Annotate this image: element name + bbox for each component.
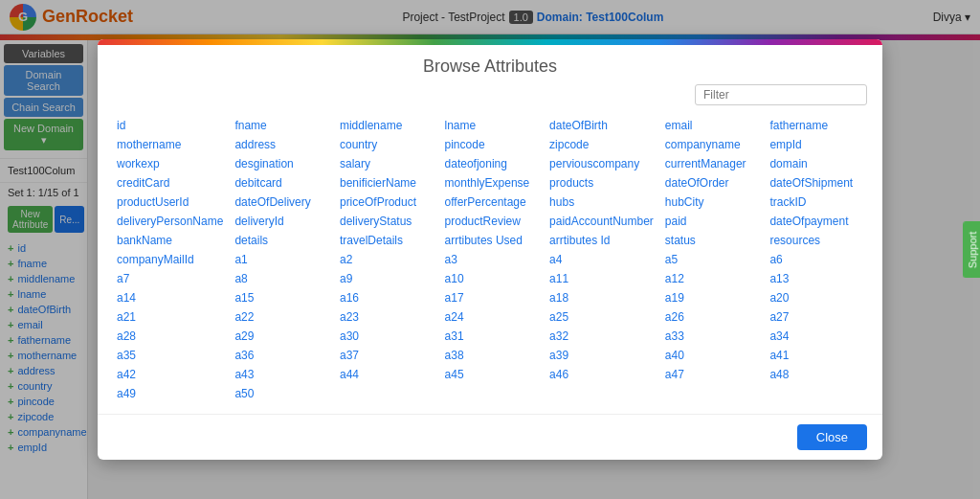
attr-debitcard[interactable]: debitcard bbox=[231, 174, 332, 192]
attr-fname[interactable]: fname bbox=[231, 117, 332, 134]
attr-email[interactable]: email bbox=[661, 117, 763, 134]
attr-resources[interactable]: resources bbox=[766, 232, 867, 249]
attr-id[interactable]: id bbox=[113, 117, 227, 134]
attr-a14[interactable]: a14 bbox=[113, 289, 227, 306]
modal-overlay[interactable]: Browse Attributes idfnamemiddlenamelname… bbox=[0, 0, 980, 499]
attr-dateOfDelivery[interactable]: dateOfDelivery bbox=[231, 193, 332, 211]
attr-perviouscompany[interactable]: perviouscompany bbox=[546, 155, 657, 172]
attr-deliveryPersonName[interactable]: deliveryPersonName bbox=[113, 213, 227, 230]
attr-a18[interactable]: a18 bbox=[546, 289, 657, 306]
attr-a5[interactable]: a5 bbox=[661, 251, 763, 268]
attr-deliveryId[interactable]: deliveryId bbox=[231, 213, 332, 230]
attr-pincode[interactable]: pincode bbox=[441, 136, 543, 153]
close-button[interactable]: Close bbox=[797, 424, 867, 450]
attr-empId[interactable]: empId bbox=[766, 136, 867, 153]
attr-a31[interactable]: a31 bbox=[441, 328, 543, 345]
attr-a46[interactable]: a46 bbox=[546, 366, 657, 383]
attr-a27[interactable]: a27 bbox=[766, 308, 867, 326]
attr-a6[interactable]: a6 bbox=[766, 251, 867, 268]
attr-a39[interactable]: a39 bbox=[546, 347, 657, 364]
attr-a48[interactable]: a48 bbox=[766, 366, 867, 383]
attr-paidAccountNumber[interactable]: paidAccountNumber bbox=[546, 213, 657, 230]
attr-a23[interactable]: a23 bbox=[336, 308, 437, 326]
attr-a2[interactable]: a2 bbox=[336, 251, 437, 268]
attr-a44[interactable]: a44 bbox=[336, 366, 437, 383]
attr-a8[interactable]: a8 bbox=[231, 270, 332, 287]
attr-a42[interactable]: a42 bbox=[113, 366, 227, 383]
attr-a47[interactable]: a47 bbox=[661, 366, 763, 383]
attr-a35[interactable]: a35 bbox=[113, 347, 227, 364]
attr-dateOfShipment[interactable]: dateOfShipment bbox=[766, 174, 867, 192]
attr-a15[interactable]: a15 bbox=[231, 289, 332, 306]
attr-a41[interactable]: a41 bbox=[766, 347, 867, 364]
attr-a26[interactable]: a26 bbox=[661, 308, 763, 326]
attr-a22[interactable]: a22 bbox=[231, 308, 332, 326]
attr-hubCity[interactable]: hubCity bbox=[661, 193, 763, 211]
attr-bankName[interactable]: bankName bbox=[113, 232, 227, 249]
attr-a32[interactable]: a32 bbox=[546, 328, 657, 345]
attr-arrtibutes Id[interactable]: arrtibutes Id bbox=[546, 232, 657, 249]
attr-monthlyExpense[interactable]: monthlyExpense bbox=[441, 174, 543, 192]
attr-zipcode[interactable]: zipcode bbox=[546, 136, 657, 153]
attr-a17[interactable]: a17 bbox=[441, 289, 543, 306]
attr-mothername[interactable]: mothername bbox=[113, 136, 227, 153]
attr-domain[interactable]: domain bbox=[766, 155, 867, 172]
attr-a7[interactable]: a7 bbox=[113, 270, 227, 287]
attr-status[interactable]: status bbox=[661, 232, 763, 249]
attr-a40[interactable]: a40 bbox=[661, 347, 763, 364]
attr-a30[interactable]: a30 bbox=[336, 328, 437, 345]
attr-a19[interactable]: a19 bbox=[661, 289, 763, 306]
attr-a50[interactable]: a50 bbox=[231, 385, 332, 402]
attr-a33[interactable]: a33 bbox=[661, 328, 763, 345]
attr-a12[interactable]: a12 bbox=[661, 270, 763, 287]
attr-fathername[interactable]: fathername bbox=[766, 117, 867, 134]
attr-a3[interactable]: a3 bbox=[441, 251, 543, 268]
attr-details[interactable]: details bbox=[231, 232, 332, 249]
filter-input[interactable] bbox=[695, 84, 867, 105]
attr-dateOfBirth[interactable]: dateOfBirth bbox=[546, 117, 657, 134]
attr-paid[interactable]: paid bbox=[661, 213, 763, 230]
attr-a38[interactable]: a38 bbox=[441, 347, 543, 364]
attr-a36[interactable]: a36 bbox=[231, 347, 332, 364]
attr-a24[interactable]: a24 bbox=[441, 308, 543, 326]
attr-a28[interactable]: a28 bbox=[113, 328, 227, 345]
attr-a20[interactable]: a20 bbox=[766, 289, 867, 306]
attr-middlename[interactable]: middlename bbox=[336, 117, 437, 134]
attr-companyMailId[interactable]: companyMailId bbox=[113, 251, 227, 268]
attr-dateOfOrder[interactable]: dateOfOrder bbox=[661, 174, 763, 192]
attr-arrtibutes Used[interactable]: arrtibutes Used bbox=[441, 232, 543, 249]
attr-a1[interactable]: a1 bbox=[231, 251, 332, 268]
attr-travelDetails[interactable]: travelDetails bbox=[336, 232, 437, 249]
attr-address[interactable]: address bbox=[231, 136, 332, 153]
attr-lname[interactable]: lname bbox=[441, 117, 543, 134]
attr-a49[interactable]: a49 bbox=[113, 385, 227, 402]
attr-currentManager[interactable]: currentManager bbox=[661, 155, 763, 172]
attr-a37[interactable]: a37 bbox=[336, 347, 437, 364]
attr-productReview[interactable]: productReview bbox=[441, 213, 543, 230]
support-tab[interactable]: Support bbox=[964, 221, 980, 278]
attr-deliveryStatus[interactable]: deliveryStatus bbox=[336, 213, 437, 230]
attr-a43[interactable]: a43 bbox=[231, 366, 332, 383]
attr-a21[interactable]: a21 bbox=[113, 308, 227, 326]
attr-a13[interactable]: a13 bbox=[766, 270, 867, 287]
attr-a4[interactable]: a4 bbox=[546, 251, 657, 268]
attr-desgination[interactable]: desgination bbox=[231, 155, 332, 172]
attr-a45[interactable]: a45 bbox=[441, 366, 543, 383]
attr-dateofjoning[interactable]: dateofjoning bbox=[441, 155, 543, 172]
attr-products[interactable]: products bbox=[546, 174, 657, 192]
attr-dateOfpayment[interactable]: dateOfpayment bbox=[766, 213, 867, 230]
attr-a16[interactable]: a16 bbox=[336, 289, 437, 306]
attr-creditCard[interactable]: creditCard bbox=[113, 174, 227, 192]
attr-companyname[interactable]: companyname bbox=[661, 136, 763, 153]
attr-offerPercentage[interactable]: offerPercentage bbox=[441, 193, 543, 211]
attr-a34[interactable]: a34 bbox=[766, 328, 867, 345]
attr-a10[interactable]: a10 bbox=[441, 270, 543, 287]
attr-a25[interactable]: a25 bbox=[546, 308, 657, 326]
attr-productUserId[interactable]: productUserId bbox=[113, 193, 227, 211]
attr-salary[interactable]: salary bbox=[336, 155, 437, 172]
attr-country[interactable]: country bbox=[336, 136, 437, 153]
attr-benificierName[interactable]: benificierName bbox=[336, 174, 437, 192]
attr-hubs[interactable]: hubs bbox=[546, 193, 657, 211]
attr-a11[interactable]: a11 bbox=[546, 270, 657, 287]
attr-priceOfProduct[interactable]: priceOfProduct bbox=[336, 193, 437, 211]
